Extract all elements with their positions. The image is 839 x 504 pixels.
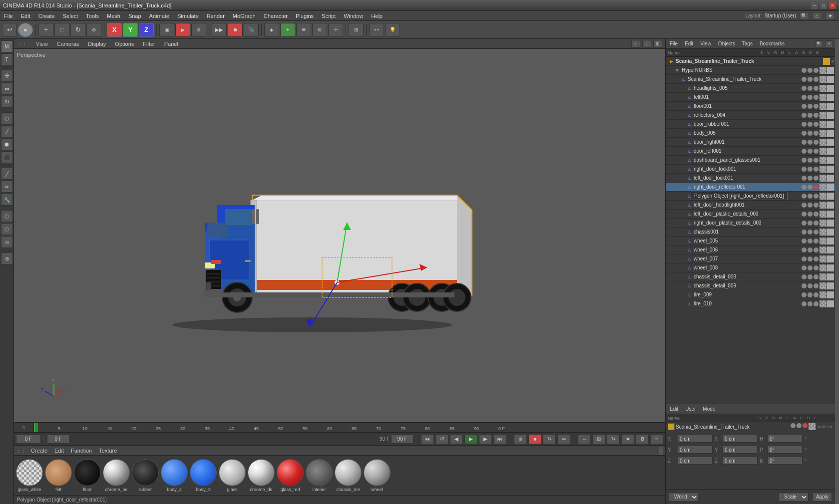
tool-knife[interactable]: ╱: [1, 168, 13, 180]
obj-row-tire_009[interactable]: △ tire_009: [666, 290, 835, 299]
menu-select[interactable]: Select: [59, 11, 82, 20]
render-settings-button[interactable]: ⚙: [191, 23, 206, 37]
deformer-button[interactable]: ◈: [264, 23, 279, 37]
mat-menu-edit[interactable]: Edit: [52, 447, 66, 454]
mat-item-glass_red[interactable]: glass_red: [277, 459, 304, 492]
right-edge-handle[interactable]: [835, 39, 839, 504]
tool-extrude[interactable]: ⬡: [1, 223, 13, 235]
mat-item-glass_white[interactable]: glass_white: [16, 459, 43, 492]
start-frame-input[interactable]: [47, 435, 69, 444]
render-button[interactable]: ▶: [175, 23, 190, 37]
vp-menu-cameras[interactable]: Cameras: [55, 40, 81, 47]
key-all-button[interactable]: ★: [621, 434, 634, 444]
live-selection-button[interactable]: ●: [18, 23, 33, 37]
obj-row-right_door_plastic_details_003[interactable]: △ right_door_plastic_details_003: [666, 219, 835, 228]
attr-menu-edit[interactable]: Edit: [668, 406, 680, 412]
y-axis-button[interactable]: Y: [123, 23, 138, 37]
obj-row-dashboard_panel_glasses001[interactable]: △ dashboard_panel_glasses001: [666, 156, 835, 165]
tool-model[interactable]: ⬡: [1, 112, 13, 124]
menu-mograph[interactable]: MoGraph: [229, 11, 260, 20]
tool-magnet[interactable]: 🔧: [1, 194, 13, 206]
obj-row-reflectors_004[interactable]: △ reflectors_004: [666, 111, 835, 120]
world-dropdown[interactable]: World: [669, 493, 699, 502]
mat-item-rubber[interactable]: rubber: [132, 459, 159, 492]
mat-item-chrome_de[interactable]: chrome_de: [248, 459, 275, 492]
close-button[interactable]: ✕: [829, 2, 836, 9]
obj-row-chassis001[interactable]: △ chassis001: [666, 228, 835, 237]
obj-row-door_left001[interactable]: △ door_left001: [666, 147, 835, 156]
menu-edit[interactable]: Edit: [17, 11, 34, 20]
obj-row-wheel_007[interactable]: △ wheel_007: [666, 254, 835, 263]
go-start-button[interactable]: ⏮: [421, 434, 434, 444]
attr-x-size[interactable]: [723, 435, 758, 443]
mat-item-chrome_he[interactable]: chrome_he: [103, 459, 130, 492]
z-axis-button[interactable]: Z: [139, 23, 154, 37]
tool-select[interactable]: ⬛: [1, 151, 13, 163]
viewport[interactable]: Perspective: [14, 49, 665, 422]
play-back-button[interactable]: ↺: [435, 434, 448, 444]
mat-menu-function[interactable]: Function: [69, 447, 94, 454]
refresh-button[interactable]: ↻: [70, 23, 85, 37]
play-button[interactable]: ▶: [464, 434, 477, 444]
obj-menu-tags[interactable]: Tags: [740, 40, 755, 47]
effector-button[interactable]: ✦: [280, 23, 295, 37]
mat-item-body_2[interactable]: body_2: [190, 459, 217, 492]
obj-row-hypernurbs[interactable]: ▼ HyperNURBS: [666, 66, 835, 75]
stop-button[interactable]: ■: [528, 434, 541, 444]
mat-menu-create[interactable]: Create: [29, 447, 49, 454]
menu-file[interactable]: File: [0, 11, 17, 20]
menu-window[interactable]: Window: [340, 11, 367, 20]
end-frame-input[interactable]: [391, 435, 414, 444]
key-scale-button[interactable]: ⊞: [592, 434, 605, 444]
attr-z-size[interactable]: [723, 457, 758, 465]
mat-item-body_4[interactable]: body_4: [161, 459, 188, 492]
go-end-button[interactable]: ⏭: [493, 434, 506, 444]
mat-item-floor[interactable]: floor: [74, 459, 101, 492]
bounce-button[interactable]: ⇔: [557, 434, 570, 444]
tool-pen[interactable]: ✏: [1, 181, 13, 193]
mat-item-glass[interactable]: glass: [219, 459, 246, 492]
obj-menu-file[interactable]: File: [668, 40, 680, 47]
attr-y-pos[interactable]: [678, 446, 713, 454]
tool-rotate[interactable]: ↻: [1, 96, 13, 108]
obj-row-door_right001[interactable]: △ door_right001: [666, 138, 835, 147]
tool-polygon[interactable]: ⬢: [1, 138, 13, 150]
timeline-marks[interactable]: 5 10 15 20 25 30 35 40 45 50 55 60 65 70…: [34, 423, 665, 432]
menu-snap[interactable]: Snap: [124, 11, 145, 20]
motion-clip-button[interactable]: 📎: [244, 23, 259, 37]
character-button[interactable]: ☩: [328, 23, 343, 37]
apply-button[interactable]: Apply: [813, 493, 832, 502]
vp-expand[interactable]: ⊞: [653, 40, 662, 48]
obj-row-tire_010[interactable]: △ tire_010: [666, 299, 835, 308]
key-move-button[interactable]: ↔: [578, 434, 591, 444]
tool-edge[interactable]: ╱: [1, 125, 13, 137]
obj-row-root[interactable]: ▶ Scania_Streamline_Trailer_Truck ✓: [666, 57, 835, 66]
attr-menu-mode[interactable]: Mode: [701, 406, 717, 412]
obj-row-door_rubber001[interactable]: △ door_rubber001: [666, 120, 835, 129]
mat-item-interior[interactable]: interier: [306, 459, 333, 492]
menu-animate[interactable]: Animate: [145, 11, 173, 20]
mat-handle[interactable]: [659, 447, 663, 455]
tool-misc[interactable]: ⊙: [1, 236, 13, 248]
attr-b-val[interactable]: [768, 457, 803, 465]
vp-menu-options[interactable]: Options: [113, 40, 136, 47]
vp-zoom-in[interactable]: ↑: [631, 40, 640, 48]
obj-row-wheel_008[interactable]: △ wheel_008: [666, 263, 835, 272]
tool-scale[interactable]: ⇔: [1, 83, 13, 95]
obj-row-chassis_detail_009[interactable]: △ chassis_detail_009: [666, 281, 835, 290]
play-forwards-button[interactable]: ▶▶: [212, 23, 227, 37]
tool-extras[interactable]: ⊕: [1, 252, 13, 264]
menu-create[interactable]: Create: [34, 11, 59, 20]
obj-menu-objects[interactable]: Objects: [716, 40, 737, 47]
menu-script[interactable]: Script: [318, 11, 340, 20]
menu-mesh[interactable]: Mesh: [103, 11, 124, 20]
field-button[interactable]: ❋: [296, 23, 311, 37]
scale-dropdown[interactable]: Scale: [779, 493, 809, 502]
minimize-button[interactable]: ─: [811, 2, 818, 9]
obj-row-felt001[interactable]: △ felt001: [666, 93, 835, 102]
obj-row-headlights_005[interactable]: △ headlights_005: [666, 84, 835, 93]
vp-menu-display[interactable]: Display: [86, 40, 108, 47]
obj-row-floor001[interactable]: △ floor001: [666, 102, 835, 111]
key-settings-button[interactable]: ⚙: [636, 434, 649, 444]
obj-row-wheel_006[interactable]: △ wheel_006: [666, 246, 835, 254]
